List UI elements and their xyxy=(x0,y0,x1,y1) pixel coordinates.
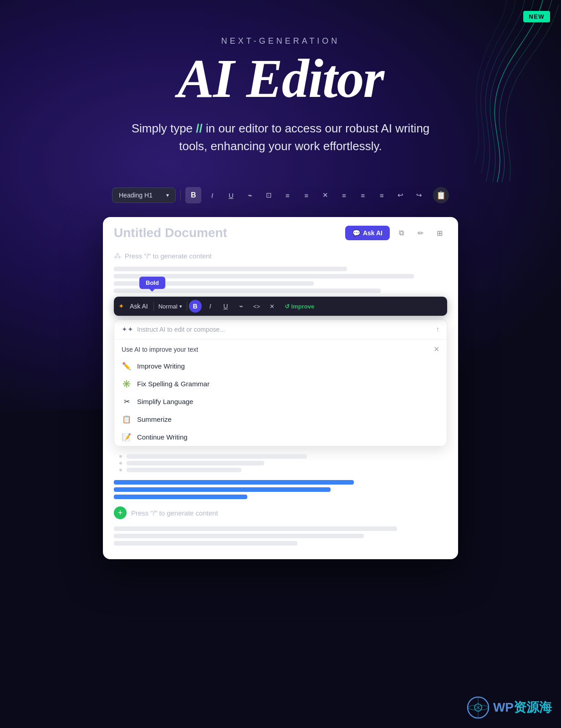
inline-toolbar-divider-2 xyxy=(187,302,187,311)
bullet-row-1 xyxy=(119,454,447,459)
watermark-rest: 资源海 xyxy=(514,700,552,714)
inline-italic-button[interactable]: I xyxy=(204,299,217,313)
bold-button[interactable]: B xyxy=(185,187,201,203)
editor-body: ⁂ Press "/" to generate content Bold ✦ A… xyxy=(103,241,458,559)
ai-menu-fix-spelling[interactable]: ✳️ Fix Spelling & Grammar xyxy=(114,375,447,393)
image-button[interactable]: ⊡ xyxy=(260,187,276,203)
watermark-wp: WP xyxy=(493,700,514,714)
editor-card: Untitled Document 💬 Ask AI ⧉ ✏ ⊞ ⁂ Press… xyxy=(103,217,458,559)
clipboard-button[interactable]: 📋 xyxy=(433,187,449,203)
inline-clear-button[interactable]: ✕ xyxy=(265,299,279,313)
selected-line-3 xyxy=(114,495,247,499)
sparkle-icon: ⁂ xyxy=(114,252,121,260)
bullet-dot-2 xyxy=(119,462,122,465)
bullet-row-2 xyxy=(119,461,447,465)
align-right-button[interactable]: ≡ xyxy=(374,187,390,203)
ask-ai-inline-button[interactable]: Ask AI xyxy=(126,301,152,312)
underline-button[interactable]: U xyxy=(223,187,239,203)
link-button[interactable]: ⌁ xyxy=(242,187,258,203)
placeholder-text: Press "/" to generate content xyxy=(125,252,212,260)
hero-description: Simply type // in our editor to access o… xyxy=(117,120,444,155)
editor-toolbar: Heading H1 ▾ B I U ⌁ ⊡ ≡ ≡ ✕ ≡ ≡ ≡ ↩ ↪ 📋 xyxy=(103,182,458,208)
watermark-text: WP资源海 xyxy=(493,699,552,716)
inline-toolbar-wrapper: Bold ✦ Ask AI Normal ▾ B I U ⌁ <> ✕ xyxy=(114,297,447,316)
chevron-down-icon: ▾ xyxy=(166,192,169,198)
clear-format-button[interactable]: ✕ xyxy=(317,187,333,203)
write-icon: 📝 xyxy=(122,433,132,441)
improve-button[interactable]: ↺ Improve xyxy=(281,301,318,312)
editor-placeholder-top[interactable]: ⁂ Press "/" to generate content xyxy=(114,248,447,264)
bullet-row-3 xyxy=(119,468,447,472)
bullet-skeleton-3 xyxy=(127,468,241,472)
inline-chevron-icon: ▾ xyxy=(179,303,182,309)
undo-button[interactable]: ↩ xyxy=(393,187,408,203)
ai-menu-label-fix: Fix Spelling & Grammar xyxy=(137,380,209,388)
pencil-icon: ✏️ xyxy=(122,362,132,370)
ai-menu-label-improve: Improve Writing xyxy=(137,362,185,370)
description-text-1: Simply type xyxy=(132,121,196,135)
bullet-list-group xyxy=(114,450,447,476)
list-icon: 📋 xyxy=(122,415,132,424)
skeleton-bottom-3 xyxy=(114,541,297,546)
ai-input-row: ✦✦ Instruct AI to edit or compose... ↑ xyxy=(114,320,447,339)
ai-menu-summarize[interactable]: 📋 Summerize xyxy=(114,410,447,428)
text-style-label: Normal xyxy=(158,303,178,310)
ai-send-icon[interactable]: ↑ xyxy=(436,325,439,334)
bullet-dot-3 xyxy=(119,469,122,471)
hero-title: AI Editor xyxy=(178,51,383,106)
align-left-button[interactable]: ≡ xyxy=(336,187,352,203)
ai-panel: ✦✦ Instruct AI to edit or compose... ↑ U… xyxy=(114,319,447,446)
heading-select-label: Heading H1 xyxy=(119,192,153,199)
copy-icon-button[interactable]: ⧉ xyxy=(393,225,409,241)
ai-menu-label-simplify: Simplify Language xyxy=(137,398,193,405)
toolbar-divider-1 xyxy=(180,190,181,201)
ai-menu-simplify[interactable]: ✂ Simplify Language xyxy=(114,393,447,410)
hero-subtitle: NEXT-GENERATION xyxy=(221,36,340,46)
wp-logo-icon xyxy=(467,696,490,719)
redo-button[interactable]: ↪ xyxy=(411,187,427,203)
skeleton-line-1 xyxy=(114,267,347,271)
inline-toolbar-divider-1 xyxy=(153,302,154,311)
ordered-list-button[interactable]: ≡ xyxy=(298,187,314,203)
ai-menu-label-continue: Continue Writing xyxy=(137,433,188,441)
inline-underline-button[interactable]: U xyxy=(219,299,233,313)
bold-tooltip: Bold xyxy=(139,277,165,289)
ai-menu-label-summarize: Summerize xyxy=(137,415,172,423)
bullet-skeleton-2 xyxy=(127,461,264,465)
watermark: WP资源海 xyxy=(467,696,552,719)
sparkle-inline-icon: ✦ xyxy=(118,302,124,310)
ask-ai-header-button[interactable]: 💬 Ask AI xyxy=(345,226,390,240)
skeleton-bottom-2 xyxy=(114,534,364,538)
bullet-dot-1 xyxy=(119,455,122,458)
inline-link-button[interactable]: ⌁ xyxy=(235,299,248,313)
add-block-button[interactable]: + xyxy=(114,506,127,519)
description-slash: // xyxy=(196,121,202,135)
inline-bold-button[interactable]: B xyxy=(189,300,202,313)
italic-button[interactable]: I xyxy=(204,187,220,203)
layout-icon-button[interactable]: ⊞ xyxy=(432,225,447,241)
ai-menu-continue[interactable]: 📝 Continue Writing xyxy=(114,428,447,446)
selected-line-2 xyxy=(114,487,331,492)
refresh-icon: ↺ xyxy=(285,303,290,310)
editor-header: Untitled Document 💬 Ask AI ⧉ ✏ ⊞ xyxy=(103,217,458,241)
bullet-skeleton-1 xyxy=(127,454,307,459)
text-style-select[interactable]: Normal ▾ xyxy=(156,301,185,312)
description-text-2: in our editor to access our robust AI wr… xyxy=(179,121,429,153)
selected-line-1 xyxy=(114,480,354,485)
bottom-placeholder-row: + Press "/" to generate content xyxy=(114,503,447,523)
ai-chat-icon: 💬 xyxy=(352,229,360,237)
sparkle-check-icon: ✳️ xyxy=(122,379,132,388)
new-badge: NEW xyxy=(523,11,550,22)
ai-menu-improve-writing[interactable]: ✏️ Improve Writing xyxy=(114,357,447,375)
bottom-placeholder-text: Press "/" to generate content xyxy=(131,509,218,517)
align-center-button[interactable]: ≡ xyxy=(355,187,371,203)
ai-improve-title: Use AI to improve your text xyxy=(122,346,198,353)
inline-code-button[interactable]: <> xyxy=(250,299,264,313)
ai-improve-header: Use AI to improve your text ✕ xyxy=(114,339,447,357)
editor-document-title: Untitled Document xyxy=(114,226,227,240)
edit-icon-button[interactable]: ✏ xyxy=(413,225,428,241)
bullet-list-button[interactable]: ≡ xyxy=(280,187,296,203)
heading-select[interactable]: Heading H1 ▾ xyxy=(112,187,176,203)
ai-close-button[interactable]: ✕ xyxy=(434,345,439,354)
scissors-icon: ✂ xyxy=(122,397,132,406)
